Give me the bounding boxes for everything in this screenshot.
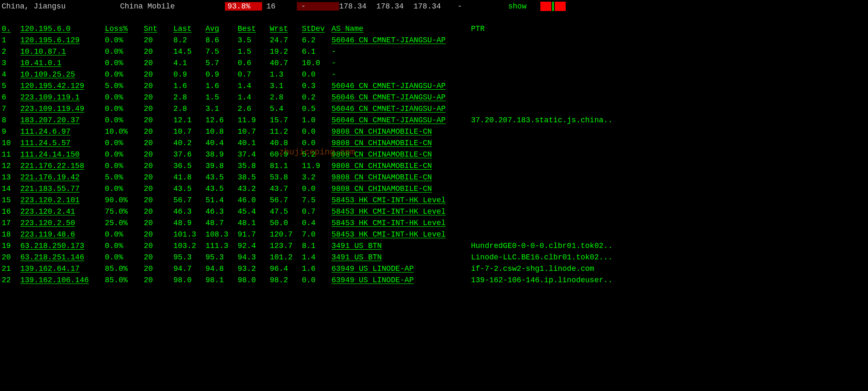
hop-asname[interactable]: 56046 CN CMNET-JIANGSU-AP [331, 93, 471, 105]
hop-loss: 85.0% [105, 264, 144, 276]
hop-number: 20 [2, 253, 20, 264]
hop-last: 12.1 [173, 116, 205, 127]
hop-snt: 20 [144, 242, 173, 253]
hop-asname[interactable]: 56046 CN CMNET-JIANGSU-AP [331, 105, 471, 116]
hop-asname[interactable]: 9808 CN CHINAMOBILE-CN [331, 127, 471, 139]
hop-asname[interactable]: 58453 HK CMI-INT-HK Level [331, 207, 471, 219]
hop-asname[interactable]: 58453 HK CMI-INT-HK Level [331, 219, 471, 230]
hop-ip[interactable]: 223.119.48.6 [20, 230, 105, 242]
hop-wrst: 120.7 [270, 230, 302, 242]
hop-ip[interactable]: 221.176.19.42 [20, 173, 105, 184]
hop-ip[interactable]: 120.195.42.129 [20, 82, 105, 93]
col-wrst: Wrst [270, 25, 302, 36]
hop-number: 15 [2, 196, 20, 207]
hop-number: 3 [2, 59, 20, 70]
hop-asname[interactable]: 9808 CN CHINAMOBILE-CN [331, 162, 471, 173]
hop-ip[interactable]: 10.41.0.1 [20, 59, 105, 70]
hop-stdev: 0.0 [302, 139, 331, 150]
hop-asname[interactable]: 3491 US BTN [331, 242, 471, 253]
hop-avg: 51.4 [205, 196, 238, 207]
hop-wrst: 2.8 [270, 93, 302, 105]
hop-number: 5 [2, 82, 20, 93]
hop-asname[interactable]: 63949 US LINODE-AP [331, 264, 471, 276]
hop-ip[interactable]: 221.176.22.158 [20, 162, 105, 173]
table-row: 11111.24.14.1500.0%2037.638.937.460.95.2… [2, 150, 618, 162]
hop-asname[interactable]: 9808 CN CHINAMOBILE-CN [331, 184, 471, 196]
hop-ptr [471, 173, 618, 184]
hop-ip[interactable]: 111.24.6.97 [20, 127, 105, 139]
hop-last: 2.8 [173, 93, 205, 105]
hop-avg: 94.8 [205, 264, 238, 276]
hop-asname[interactable]: 56046 CN CMNET-JIANGSU-AP [331, 82, 471, 93]
hop-avg: 43.5 [205, 184, 238, 196]
hop-ip[interactable]: 63.218.251.146 [20, 253, 105, 264]
hop-last: 36.5 [173, 162, 205, 173]
hop-asname[interactable]: 56046 CN CMNET-JIANGSU-AP [331, 36, 471, 47]
hop-snt: 20 [144, 196, 173, 207]
hop-ip[interactable]: 111.24.5.57 [20, 139, 105, 150]
hop-avg: 98.1 [205, 276, 238, 287]
table-row: 7223.109.119.490.0%202.83.12.65.40.55604… [2, 105, 618, 116]
hop-ip[interactable]: 221.183.55.77 [20, 184, 105, 196]
col-ip: 120.195.6.0 [20, 25, 105, 36]
hop-stdev: 0.7 [302, 207, 331, 219]
hop-ip[interactable]: 139.162.106.146 [20, 276, 105, 287]
hop-avg: 8.6 [205, 36, 238, 47]
hop-asname[interactable]: 56046 CN CMNET-JIANGSU-AP [331, 116, 471, 127]
hop-wrst: 98.2 [270, 276, 302, 287]
hop-ip[interactable]: 10.10.87.1 [20, 47, 105, 59]
bar-green [552, 2, 554, 11]
hop-stdev: 7.5 [302, 196, 331, 207]
hop-avg: 39.8 [205, 162, 238, 173]
hop-ip[interactable]: 111.24.14.150 [20, 150, 105, 162]
hop-asname[interactable]: 9808 CN CHINAMOBILE-CN [331, 150, 471, 162]
hop-asname[interactable]: 58453 HK CMI-INT-HK Level [331, 230, 471, 242]
table-header-row: 0. 120.195.6.0 Loss% Snt Last Avg Best W… [2, 25, 618, 36]
hop-stdev: 0.0 [302, 70, 331, 82]
hop-loss: 85.0% [105, 276, 144, 287]
hop-loss: 75.0% [105, 207, 144, 219]
hop-stdev: 8.1 [302, 242, 331, 253]
hop-asname[interactable]: - [331, 47, 471, 59]
hop-asname[interactable]: 3491 US BTN [331, 253, 471, 264]
hop-ip[interactable]: 120.195.6.129 [20, 36, 105, 47]
hop-avg: 40.4 [205, 139, 238, 150]
hop-last: 10.7 [173, 127, 205, 139]
hop-stdev: 6.1 [302, 47, 331, 59]
hop-asname[interactable]: - [331, 59, 471, 70]
hop-loss: 0.0% [105, 70, 144, 82]
hop-asname[interactable]: 9808 CN CHINAMOBILE-CN [331, 173, 471, 184]
hop-last: 0.9 [173, 70, 205, 82]
hop-ip[interactable]: 223.120.2.101 [20, 196, 105, 207]
hop-ptr [471, 47, 618, 59]
show-button[interactable]: show [508, 2, 540, 11]
hop-last: 1.6 [173, 82, 205, 93]
hop-snt: 20 [144, 264, 173, 276]
hop-number: 22 [2, 276, 20, 287]
hop-ip[interactable]: 223.120.2.41 [20, 207, 105, 219]
hop-ip[interactable]: 183.207.20.37 [20, 116, 105, 127]
hop-asname[interactable]: 58453 HK CMI-INT-HK Level [331, 196, 471, 207]
hop-ip[interactable]: 223.109.119.1 [20, 93, 105, 105]
hop-avg: 1.5 [205, 93, 238, 105]
hop-avg: 3.1 [205, 105, 238, 116]
hop-ptr [471, 162, 618, 173]
hop-asname[interactable]: 63949 US LINODE-AP [331, 276, 471, 287]
hop-ip[interactable]: 223.109.119.49 [20, 105, 105, 116]
hop-loss: 0.0% [105, 162, 144, 173]
hop-wrst: 101.2 [270, 253, 302, 264]
hop-best: 45.4 [238, 207, 270, 219]
hop-asname[interactable]: - [331, 70, 471, 82]
hop-number: 2 [2, 47, 20, 59]
hop-ip[interactable]: 10.109.25.25 [20, 70, 105, 82]
hop-ip[interactable]: 139.162.64.17 [20, 264, 105, 276]
hop-snt: 20 [144, 253, 173, 264]
hop-stdev: 3.2 [302, 173, 331, 184]
hop-ip[interactable]: 63.218.250.173 [20, 242, 105, 253]
hop-wrst: 43.7 [270, 184, 302, 196]
hop-best: 0.6 [238, 59, 270, 70]
hop-wrst: 40.7 [270, 59, 302, 70]
hop-ip[interactable]: 223.120.2.50 [20, 219, 105, 230]
hop-asname[interactable]: 9808 CN CHINAMOBILE-CN [331, 139, 471, 150]
hop-ptr [471, 93, 618, 105]
